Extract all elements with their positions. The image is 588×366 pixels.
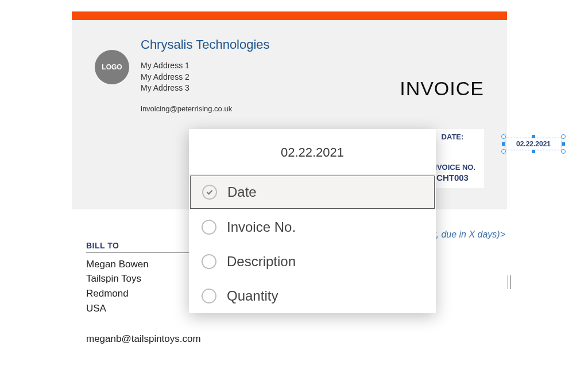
- resize-handle-r[interactable]: [562, 142, 565, 146]
- accent-bar: [72, 11, 507, 20]
- resize-handle-l[interactable]: [502, 142, 505, 146]
- resize-handle-tl[interactable]: [501, 134, 506, 139]
- radio-icon: [202, 254, 216, 269]
- popup-options: Date Invoice No. Description Quantity: [189, 174, 436, 313]
- company-email: invoicing@peterrising.co.uk: [141, 104, 484, 113]
- option-label: Date: [227, 184, 257, 200]
- option-date[interactable]: Date: [190, 176, 435, 209]
- resize-handle-b[interactable]: [532, 150, 535, 153]
- resize-handle-t[interactable]: [532, 135, 535, 138]
- radio-icon: [202, 220, 216, 235]
- field-tag-popup: 02.22.2021 Date Invoice No. Description …: [189, 129, 436, 313]
- option-label: Invoice No.: [227, 219, 296, 235]
- terms-placeholder: pt, due in X days)>: [428, 229, 505, 240]
- option-description[interactable]: Description: [189, 244, 436, 279]
- option-invoice-no[interactable]: Invoice No.: [189, 210, 436, 244]
- radio-icon: [202, 289, 216, 303]
- bill-to-email: meganb@tailspintoys.com: [86, 333, 511, 345]
- radio-selected-icon: [202, 185, 217, 200]
- resize-handle-tr[interactable]: [561, 134, 566, 139]
- company-name: Chrysalis Technologies: [141, 37, 484, 52]
- column-marker: [508, 275, 511, 289]
- logo-placeholder: LOGO: [95, 50, 129, 84]
- popup-header: 02.22.2021: [189, 129, 436, 174]
- field-selection-box[interactable]: 02.22.2021: [504, 137, 563, 151]
- option-label: Quantity: [227, 288, 278, 304]
- invoice-title: INVOICE: [400, 77, 484, 100]
- resize-handle-br[interactable]: [561, 149, 566, 154]
- resize-handle-bl[interactable]: [501, 149, 506, 154]
- address-line-1: My Address 1: [141, 60, 484, 72]
- option-label: Description: [227, 254, 296, 270]
- option-quantity[interactable]: Quantity: [189, 279, 436, 313]
- bill-to-divider: [86, 252, 189, 253]
